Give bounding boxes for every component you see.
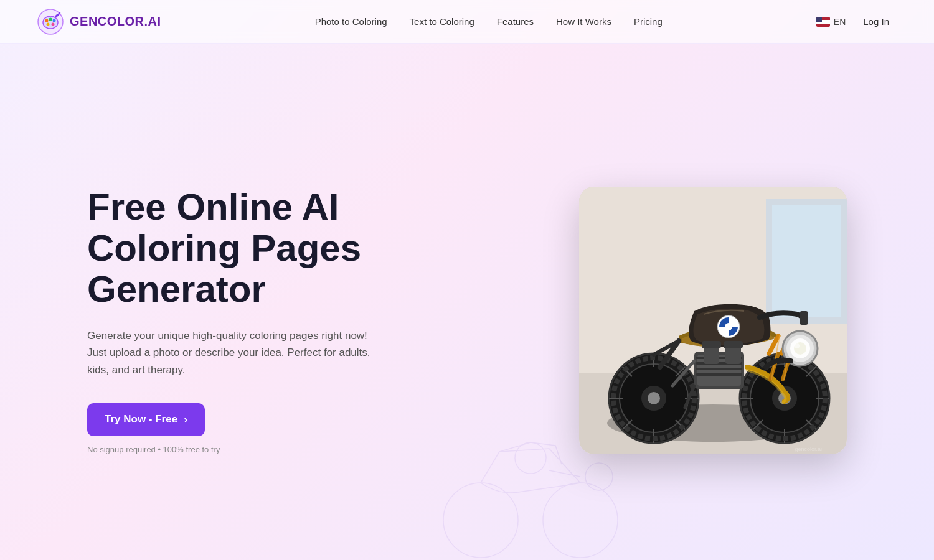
nav-pricing[interactable]: Pricing xyxy=(634,16,663,27)
nav-links: Photo to Coloring Text to Coloring Featu… xyxy=(315,16,663,27)
svg-rect-12 xyxy=(772,205,841,317)
navbar: GENCOLOR.AI Photo to Coloring Text to Co… xyxy=(0,0,934,44)
svg-point-42 xyxy=(725,323,732,330)
login-button[interactable]: Log In xyxy=(856,12,897,30)
svg-point-71 xyxy=(543,483,618,558)
nav-text-to-coloring[interactable]: Text to Coloring xyxy=(410,16,474,27)
svg-text:gencolor.ai: gencolor.ai xyxy=(795,446,822,452)
svg-rect-52 xyxy=(724,341,743,348)
hero-image: gencolor.ai xyxy=(579,187,847,454)
svg-rect-47 xyxy=(696,368,742,370)
svg-point-2 xyxy=(45,19,49,22)
svg-point-6 xyxy=(47,22,50,26)
hero-section: Free Online AI Coloring Pages Generator … xyxy=(0,44,934,560)
try-now-button[interactable]: Try Now - Free › xyxy=(87,403,205,436)
logo-icon xyxy=(37,9,64,35)
logo-link[interactable]: GENCOLOR.AI xyxy=(37,9,161,35)
hero-content: Free Online AI Coloring Pages Generator … xyxy=(87,187,411,454)
brand-name: GENCOLOR.AI xyxy=(70,14,161,29)
hero-subtitle: Generate your unique high-quality colori… xyxy=(87,327,386,378)
svg-point-5 xyxy=(52,22,55,26)
language-switcher[interactable]: EN xyxy=(816,17,846,27)
svg-point-3 xyxy=(49,17,52,21)
no-signup-text: No signup required • 100% free to try xyxy=(87,445,411,454)
hero-title: Free Online AI Coloring Pages Generator xyxy=(87,187,411,310)
svg-point-73 xyxy=(585,463,613,490)
svg-point-70 xyxy=(443,483,518,558)
svg-rect-59 xyxy=(800,311,808,325)
svg-point-64 xyxy=(795,343,800,348)
hero-image-area: gencolor.ai xyxy=(411,187,847,454)
try-now-label: Try Now - Free xyxy=(105,413,177,426)
svg-point-17 xyxy=(648,392,660,404)
chevron-right-icon: › xyxy=(184,413,187,426)
svg-rect-51 xyxy=(702,341,721,348)
nav-features[interactable]: Features xyxy=(497,16,534,27)
language-label: EN xyxy=(834,17,846,27)
svg-point-4 xyxy=(53,19,56,22)
nav-how-it-works[interactable]: How It Works xyxy=(556,16,611,27)
svg-rect-48 xyxy=(696,373,742,376)
nav-right: EN Log In xyxy=(816,12,897,30)
flag-icon xyxy=(816,17,830,27)
nav-photo-to-coloring[interactable]: Photo to Coloring xyxy=(315,16,387,27)
